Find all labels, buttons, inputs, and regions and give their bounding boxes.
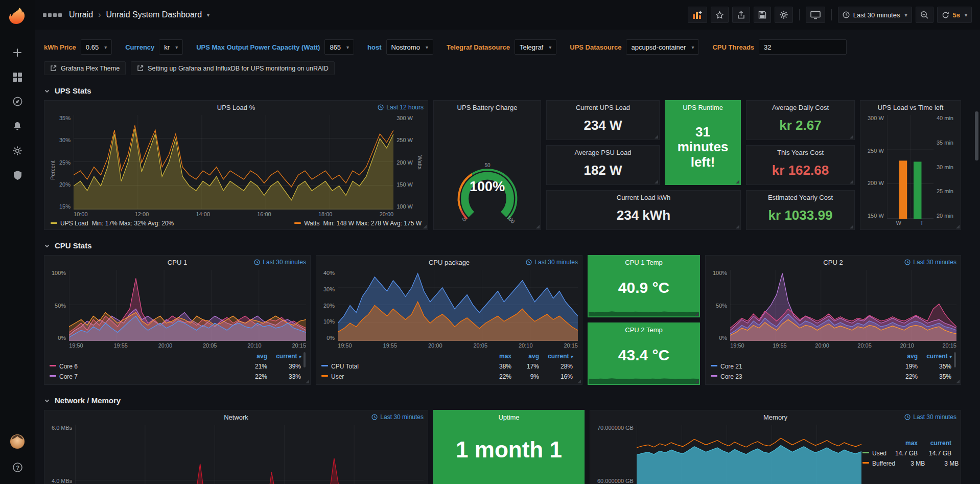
stat-value: 1 month 1 [434, 424, 584, 484]
alerting-bell-icon[interactable] [6, 118, 29, 134]
variable-currency: Currency kr▾ [125, 39, 183, 55]
server-admin-shield-icon[interactable] [6, 167, 29, 183]
dashboard-grid-icon[interactable] [43, 13, 62, 17]
series-color-swatch [321, 375, 328, 377]
y-axis-left: 70.000000 GB60.000000 GB50.000000 GB [594, 425, 637, 484]
star-button[interactable] [711, 7, 729, 23]
time-range-picker[interactable]: Last 30 minutes ▾ [838, 7, 912, 23]
panel-cpu1-temp: CPU 1 Temp 40.9 °C [588, 255, 700, 317]
breadcrumb-folder[interactable]: Unraid [69, 10, 93, 19]
variable-label: CPU Threads [712, 43, 754, 51]
tv-cycle-view-icon[interactable] [806, 7, 825, 23]
time-override-badge: Last 30 minutes [371, 413, 424, 421]
section-header-network-memory[interactable]: Network / Memory [44, 396, 971, 405]
variable-value-dropdown[interactable]: apcupsd-container▾ [626, 39, 699, 55]
variable-value-dropdown[interactable]: 865▾ [324, 39, 354, 55]
panel-cpu2-temp: CPU 2 Temp 43.4 °C [588, 322, 700, 385]
row-network-memory: Network Last 30 minutes 6.0 MBs4.0 MBs2.… [44, 410, 971, 484]
breadcrumb-dashboard-title[interactable]: Unraid System Dashboard [106, 10, 202, 19]
variable-cpu-threads: CPU Threads 32 [712, 39, 847, 55]
variable-text-input[interactable]: 32 [759, 39, 847, 55]
legend-row[interactable]: CPU Total 38%17%28% [321, 361, 573, 372]
dashboard-link[interactable]: Grafana Plex Theme [44, 61, 126, 75]
save-button[interactable] [754, 7, 771, 23]
stat-value: kr 1033.99 [746, 204, 854, 229]
series-color-swatch [50, 375, 56, 377]
page-scrollbar[interactable] [975, 111, 978, 160]
time-range-label: Last 30 minutes [853, 11, 900, 19]
add-panel-button[interactable] [688, 7, 707, 23]
refresh-button[interactable]: 5s ▾ [937, 7, 972, 23]
memory-chart[interactable] [637, 425, 861, 484]
stat-value: 31 minutes left! [665, 114, 740, 185]
variable-value-dropdown[interactable]: kr▾ [159, 39, 183, 55]
user-avatar[interactable] [6, 433, 29, 450]
battery-gauge[interactable]: 050100 100% [438, 115, 536, 227]
cpu-package-chart[interactable] [338, 270, 578, 341]
legend-item[interactable]: WattsMin: 148 W Max: 278 W Avg: 175 W [294, 220, 422, 227]
dashboard-link[interactable]: Setting up Grafana and InfluxDB for UPS … [131, 61, 335, 75]
panel-ups-load-vs-time-left: UPS Load vs Time left 300 W250 W200 W150… [860, 100, 961, 230]
create-icon[interactable] [6, 44, 29, 61]
grafana-logo[interactable] [8, 6, 27, 26]
dashboard-settings-gear-icon[interactable] [775, 7, 793, 23]
sidebar-bottom: ? [6, 433, 29, 476]
clock-icon [526, 259, 532, 265]
legend-row[interactable]: Core 6 21%39% [50, 361, 301, 372]
sort-caret-icon: ▾ [949, 354, 951, 359]
ups-stat-panels: Current UPS Load 234 W UPS Runtime 31 mi… [546, 100, 855, 230]
x-axis: 10:0012:0014:0016:0018:0020:00 [74, 210, 393, 218]
explore-compass-icon[interactable] [6, 93, 29, 110]
legend-item[interactable]: UPS LoadMin: 17% Max: 32% Avg: 20% [51, 220, 174, 227]
zoom-out-button[interactable] [916, 7, 934, 23]
variable-value-dropdown[interactable]: Telegraf▾ [515, 39, 556, 55]
breadcrumb-separator: › [98, 10, 101, 19]
cpu1-chart[interactable] [69, 270, 306, 341]
variable-ups-datasource: UPS Datasource apcupsd-container▾ [570, 39, 699, 55]
ups-bars-chart[interactable] [887, 115, 934, 219]
divider [799, 9, 800, 20]
panel-cpu-2: CPU 2 Last 30 minutes 100%50%0% [705, 255, 961, 385]
chart-legend: UPS LoadMin: 17% Max: 32% Avg: 20% Watts… [49, 218, 424, 227]
legend-row[interactable]: Core 7 22%33% [50, 372, 301, 382]
network-chart[interactable] [75, 425, 424, 484]
svg-text:?: ? [16, 465, 19, 471]
y-axis-title: Watts [416, 115, 424, 218]
cpu2-chart[interactable] [730, 270, 956, 341]
y-axis-right: 300 W250 W200 W150 W100 W [393, 115, 416, 218]
external-link-icon [50, 65, 57, 72]
ups-load-chart[interactable] [74, 115, 393, 210]
chevron-down-icon[interactable]: ▾ [207, 12, 209, 18]
variable-label: Telegraf Datasource [447, 43, 510, 51]
clock-icon [371, 414, 378, 420]
legend-row[interactable]: Buffered 3 MB3 MB [862, 458, 951, 469]
help-icon[interactable]: ? [6, 459, 29, 476]
section-header-ups-stats[interactable]: UPS Stats [44, 86, 971, 95]
chevron-down-icon: ▾ [904, 12, 907, 18]
legend-row[interactable]: Core 21 19%35% [711, 361, 951, 372]
variable-kwh-price: kWh Price 0.65▾ [44, 39, 112, 55]
dashboards-icon[interactable] [6, 68, 29, 85]
variable-value-dropdown[interactable]: Nostromo▾ [386, 39, 433, 55]
legend-row[interactable]: Used 14.7 GB14.7 GB [862, 448, 951, 458]
series-color-swatch [51, 222, 57, 224]
variable-value-dropdown[interactable]: 0.65▾ [81, 39, 112, 55]
variable-label: Currency [125, 43, 154, 51]
series-color-swatch [862, 462, 869, 464]
legend-row[interactable]: User 22%9%16% [321, 372, 573, 382]
configuration-gear-icon[interactable] [6, 142, 29, 159]
share-button[interactable] [732, 7, 750, 23]
panel-average-daily-cost: Average Daily Cost kr 2.67 [746, 100, 855, 140]
refresh-interval-label[interactable]: 5s [953, 11, 960, 19]
template-variables-row: kWh Price 0.65▾ Currency kr▾ UPS Max Out… [44, 37, 971, 57]
clock-icon [904, 414, 911, 420]
refresh-icon [942, 11, 949, 19]
time-override-badge: Last 30 minutes [904, 413, 956, 421]
stat-value: 234 kWh [547, 204, 740, 229]
divider [831, 9, 832, 20]
section-header-cpu-stats[interactable]: CPU Stats [44, 241, 971, 250]
y-axis-left: 6.0 MBs4.0 MBs2.0 MBs [49, 425, 75, 484]
legend-table: avgcurrent▾ Core 21 19%35% Core 23 22%35… [710, 350, 956, 382]
time-override-badge: Last 30 minutes [526, 259, 578, 266]
legend-row[interactable]: Core 23 22%35% [711, 372, 951, 382]
